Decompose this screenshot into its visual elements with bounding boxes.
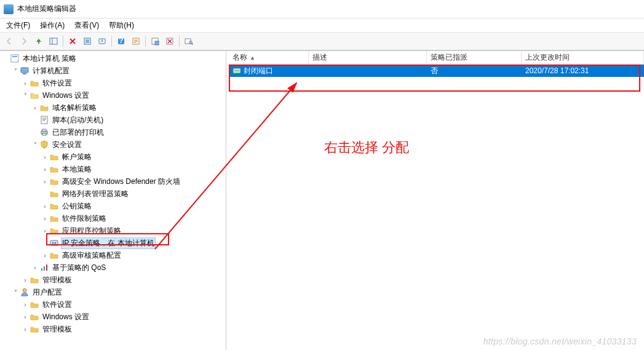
svg-rect-24 — [42, 133, 46, 135]
svg-rect-12 — [155, 41, 159, 45]
cell-name: 封闭端口 — [229, 66, 309, 76]
toolbar-separator-2 — [111, 36, 112, 47]
menubar: 文件(F) 操作(A) 查看(V) 帮助(H) — [0, 18, 644, 32]
tree-account-policy[interactable]: ›帐户策略 — [0, 151, 226, 163]
tree-deployed-printers[interactable]: ▸已部署的打印机 — [0, 126, 226, 138]
col-name[interactable]: 名称▲ — [229, 51, 309, 64]
tree-qos[interactable]: ›基于策略的 QoS — [0, 261, 226, 274]
list-row[interactable]: 封闭端口 否 2020/7/28 17:02:31 — [229, 65, 644, 77]
tree-user-software-settings[interactable]: ›软件设置 — [0, 298, 226, 311]
tree-app-control[interactable]: ›应用程序控制策略 — [0, 225, 226, 237]
tree-dns-policy[interactable]: ›域名解析策略 — [0, 101, 226, 114]
computer-icon — [20, 66, 30, 76]
cell-last-change: 2020/7/28 17:02:31 — [522, 66, 644, 75]
policy-item-icon — [233, 66, 241, 75]
folder-icon — [49, 226, 59, 236]
svg-point-26 — [52, 242, 54, 244]
tree-user-admin-templates[interactable]: ›管理模板 — [0, 323, 226, 335]
back-icon[interactable] — [2, 34, 16, 48]
find-icon[interactable] — [182, 34, 196, 48]
tree-netlist-manager[interactable]: ▸网络列表管理器策略 — [0, 188, 226, 200]
svg-line-16 — [192, 44, 193, 45]
tree-security-settings[interactable]: ˅安全设置 — [0, 138, 226, 151]
forward-icon[interactable] — [17, 34, 31, 48]
svg-rect-21 — [41, 116, 47, 124]
folder-icon — [30, 300, 39, 309]
user-icon — [20, 287, 30, 297]
tree-computer-config[interactable]: ˅计算机配置 — [0, 65, 226, 77]
folder-icon — [49, 177, 59, 186]
tree-defender-firewall[interactable]: ›高级安全 Windows Defender 防火墙 — [0, 175, 226, 188]
svg-rect-25 — [50, 241, 58, 245]
tree-ip-security[interactable]: ▸IP 安全策略，在 本地计算机 — [0, 237, 226, 249]
folder-open-icon — [30, 90, 39, 100]
tree-software-settings[interactable]: ›软件设置 — [0, 77, 226, 89]
list-header: 名称▲ 描述 策略已指派 上次更改时间 — [229, 51, 644, 65]
tree-software-restriction[interactable]: ›软件限制策略 — [0, 212, 226, 225]
cell-assigned: 否 — [427, 66, 522, 76]
printer-icon — [39, 127, 49, 137]
folder-icon — [30, 324, 39, 334]
svg-rect-18 — [12, 56, 17, 57]
tree-adv-audit[interactable]: ›高级审核策略配置 — [0, 249, 226, 261]
svg-rect-19 — [21, 68, 28, 73]
tree-user-config[interactable]: ˅用户配置 — [0, 286, 226, 298]
main-area: ▸本地计算机 策略 ˅计算机配置 ›软件设置 ˅Windows 设置 ›域名解析… — [0, 50, 644, 350]
col-desc[interactable]: 描述 — [309, 51, 427, 64]
tree-pane[interactable]: ▸本地计算机 策略 ˅计算机配置 ›软件设置 ˅Windows 设置 ›域名解析… — [0, 51, 226, 350]
svg-rect-20 — [23, 73, 26, 74]
col-last-change[interactable]: 上次更改时间 — [522, 51, 644, 64]
folder-icon — [49, 201, 59, 211]
folder-icon — [30, 78, 39, 88]
up-icon[interactable] — [32, 34, 46, 48]
help-icon[interactable]: ? — [114, 34, 128, 48]
toolbar: ? — [0, 32, 644, 50]
toolbar-separator-4 — [179, 36, 180, 47]
tree-user-windows-settings[interactable]: ›Windows 设置 — [0, 311, 226, 323]
tree-windows-settings[interactable]: ˅Windows 设置 — [0, 89, 226, 101]
svg-text:?: ? — [119, 37, 123, 45]
toolbar-separator-3 — [145, 36, 146, 47]
svg-rect-29 — [44, 266, 45, 271]
svg-point-31 — [23, 288, 26, 292]
folder-icon — [49, 164, 59, 174]
toolbar-separator — [63, 36, 63, 47]
shield-icon — [39, 140, 49, 149]
menu-action[interactable]: 操作(A) — [36, 19, 68, 32]
delete-icon[interactable] — [66, 34, 79, 48]
qos-icon — [39, 263, 49, 272]
svg-rect-0 — [50, 38, 57, 44]
tree-local-policy[interactable]: ›本地策略 — [0, 163, 226, 175]
folder-icon — [39, 103, 49, 113]
ipsec-icon — [49, 238, 59, 248]
tree-admin-templates[interactable]: ›管理模板 — [0, 274, 226, 286]
export-icon[interactable] — [95, 34, 109, 48]
window-title: 本地组策略编辑器 — [17, 4, 76, 14]
col-assigned[interactable]: 策略已指派 — [427, 51, 522, 64]
folder-icon — [49, 213, 59, 223]
menu-view[interactable]: 查看(V) — [71, 19, 103, 32]
folder-icon — [49, 189, 59, 199]
refresh-icon[interactable] — [81, 34, 94, 48]
menu-file[interactable]: 文件(F) — [2, 19, 34, 32]
svg-point-27 — [55, 242, 57, 244]
titlebar: 本地组策略编辑器 — [0, 0, 644, 18]
list-body[interactable]: 封闭端口 否 2020/7/28 17:02:31 右击选择 分配 — [229, 65, 644, 350]
filter-icon[interactable] — [148, 34, 162, 48]
menu-help[interactable]: 帮助(H) — [105, 19, 138, 32]
stop-icon[interactable] — [163, 34, 177, 48]
tree-pubkey-policy[interactable]: ›公钥策略 — [0, 200, 226, 212]
tree-root[interactable]: ▸本地计算机 策略 — [0, 52, 226, 65]
folder-icon — [49, 250, 59, 260]
annotation-instruction: 右击选择 分配 — [324, 138, 409, 157]
svg-rect-3 — [85, 39, 89, 43]
folder-icon — [49, 152, 59, 162]
show-hide-icon[interactable] — [47, 34, 60, 48]
sort-asc-icon: ▲ — [250, 55, 255, 61]
svg-rect-23 — [42, 129, 46, 131]
folder-icon — [30, 275, 39, 285]
svg-rect-28 — [41, 268, 42, 271]
tree-scripts[interactable]: ▸脚本(启动/关机) — [0, 114, 226, 126]
app-icon — [4, 4, 14, 14]
properties-icon[interactable] — [129, 34, 143, 48]
